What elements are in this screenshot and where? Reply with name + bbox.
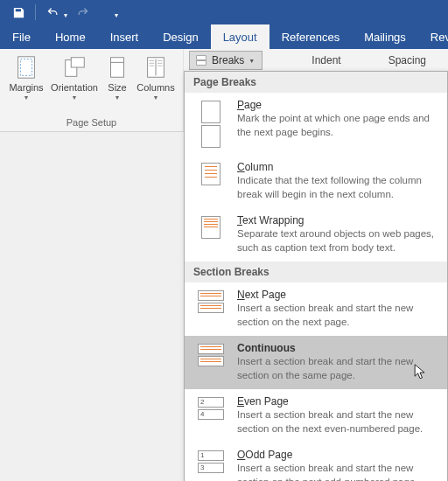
redo-icon[interactable] — [71, 3, 94, 22]
indent-label: Indent — [312, 54, 340, 66]
breaks-label: Breaks — [212, 54, 244, 66]
chevron-down-icon: ▼ — [115, 94, 121, 101]
svg-rect-4 — [111, 58, 124, 78]
dropdown-header-page-breaks: Page Breaks — [185, 72, 447, 93]
menu-item-next-page[interactable]: Next Page Insert a section break and sta… — [185, 282, 447, 336]
orientation-label: Orientation — [51, 82, 98, 93]
tab-home[interactable]: Home — [43, 24, 98, 49]
odd-page-icon — [195, 449, 227, 481]
size-button[interactable]: Size ▼ — [102, 52, 133, 101]
svg-rect-3 — [71, 58, 84, 67]
quick-access-toolbar: ▾ ▾ — [0, 0, 448, 24]
menu-item-desc: Insert a section break and start the new… — [237, 462, 438, 481]
dropdown-header-section-breaks: Section Breaks — [185, 261, 447, 282]
columns-label: Columns — [136, 82, 174, 93]
undo-icon[interactable] — [41, 3, 64, 22]
tab-file[interactable]: File — [0, 24, 43, 49]
svg-rect-14 — [197, 61, 206, 66]
undo-dropdown-icon[interactable]: ▾ — [64, 11, 67, 19]
qat-customize-icon[interactable]: ▾ — [115, 11, 118, 19]
menu-item-text-wrapping[interactable]: Text Wrapping Separate text around objec… — [185, 208, 447, 261]
menu-item-title: Page — [237, 99, 438, 111]
tab-design[interactable]: Design — [150, 24, 210, 49]
menu-item-title: Text Wrapping — [237, 214, 438, 227]
save-icon[interactable] — [7, 3, 30, 22]
menu-item-continuous[interactable]: Continuous Insert a section break and st… — [185, 336, 447, 389]
group-page-setup: Margins ▼ Orientation ▼ Size ▼ Columns ▼… — [0, 49, 184, 131]
chevron-down-icon: ▼ — [24, 94, 30, 101]
chevron-down-icon: ▼ — [153, 94, 159, 101]
next-page-icon — [195, 289, 227, 329]
menu-item-title: Even Page — [237, 395, 438, 408]
size-label: Size — [108, 82, 126, 93]
columns-button[interactable]: Columns ▼ — [135, 52, 177, 101]
breaks-button[interactable]: Breaks ▼ — [189, 51, 262, 70]
tab-mailings[interactable]: Mailings — [352, 24, 418, 49]
chevron-down-icon: ▼ — [72, 94, 78, 101]
chevron-down-icon: ▼ — [248, 58, 255, 64]
column-break-icon — [195, 161, 227, 201]
menu-item-page[interactable]: Page Mark the point at which one page en… — [185, 93, 447, 155]
menu-item-desc: Insert a section break and start the new… — [237, 408, 438, 436]
menu-item-desc: Mark the point at which one page ends an… — [237, 112, 438, 139]
tab-insert[interactable]: Insert — [98, 24, 151, 49]
continuous-icon — [195, 342, 227, 382]
breaks-dropdown: Page Breaks Page Mark the point at which… — [184, 71, 448, 481]
menu-item-desc: Insert a section break and start the new… — [237, 355, 438, 382]
tab-review[interactable]: Revie — [418, 24, 448, 49]
text-wrapping-icon — [195, 214, 227, 254]
tab-references[interactable]: References — [270, 24, 352, 49]
menu-item-even-page[interactable]: Even Page Insert a section break and sta… — [185, 389, 447, 443]
menu-item-column[interactable]: Column Indicate that the text following … — [185, 155, 447, 208]
even-page-icon — [195, 395, 227, 436]
ribbon-tabs: File Home Insert Design Layout Reference… — [0, 24, 448, 49]
cursor-icon — [414, 364, 426, 381]
menu-item-title: Column — [237, 161, 438, 173]
svg-rect-13 — [197, 56, 206, 60]
menu-item-title: Continuous — [237, 342, 438, 354]
menu-item-desc: Indicate that the text following the col… — [237, 174, 438, 201]
menu-item-desc: Insert a section break and start the new… — [237, 302, 438, 329]
menu-item-title: OOdd Page — [237, 449, 438, 461]
group-label-page-setup: Page Setup — [0, 115, 183, 131]
menu-item-desc: Separate text around objects on web page… — [237, 227, 438, 254]
tab-layout[interactable]: Layout — [211, 24, 270, 49]
margins-label: Margins — [9, 82, 43, 93]
menu-item-title: Next Page — [237, 289, 438, 301]
page-break-icon — [195, 99, 227, 148]
orientation-button[interactable]: Orientation ▼ — [49, 52, 100, 101]
spacing-label: Spacing — [388, 54, 426, 66]
menu-item-odd-page[interactable]: OOdd Page Insert a section break and sta… — [185, 443, 447, 481]
margins-button[interactable]: Margins ▼ — [5, 52, 47, 101]
